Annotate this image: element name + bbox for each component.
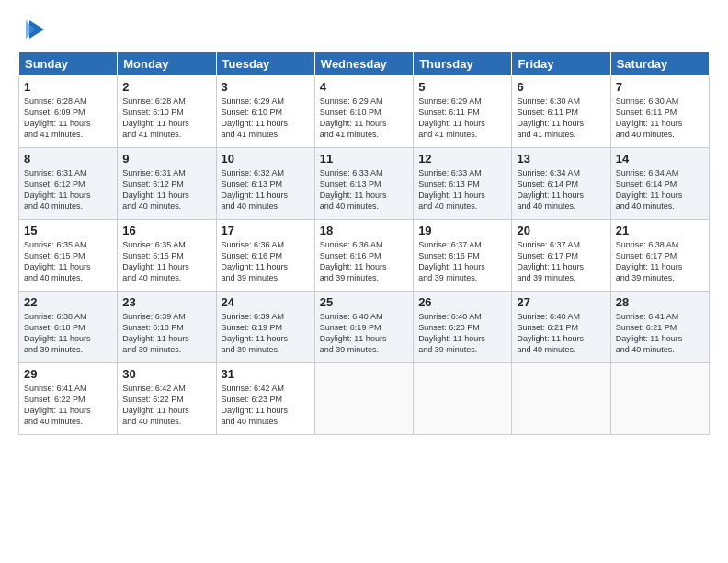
calendar-cell: 18Sunrise: 6:36 AM Sunset: 6:16 PM Dayli… [314, 220, 413, 292]
day-info: Sunrise: 6:34 AM Sunset: 6:14 PM Dayligh… [616, 167, 704, 213]
calendar-cell: 24Sunrise: 6:39 AM Sunset: 6:19 PM Dayli… [216, 292, 314, 363]
day-number: 22 [24, 295, 112, 309]
day-number: 10 [222, 152, 310, 166]
calendar-cell: 21Sunrise: 6:38 AM Sunset: 6:17 PM Dayli… [610, 220, 709, 292]
day-info: Sunrise: 6:41 AM Sunset: 6:22 PM Dayligh… [24, 383, 112, 428]
day-of-week-header: Saturday [610, 52, 709, 76]
day-number: 9 [122, 152, 210, 166]
calendar-cell [610, 363, 709, 435]
day-info: Sunrise: 6:40 AM Sunset: 6:20 PM Dayligh… [418, 311, 506, 356]
calendar-cell: 15Sunrise: 6:35 AM Sunset: 6:15 PM Dayli… [19, 220, 118, 292]
day-of-week-header: Tuesday [216, 52, 314, 76]
calendar-table: SundayMondayTuesdayWednesdayThursdayFrid… [18, 52, 710, 435]
day-number: 15 [24, 224, 112, 237]
calendar-week-row: 29Sunrise: 6:41 AM Sunset: 6:22 PM Dayli… [19, 363, 710, 435]
calendar-header-row: SundayMondayTuesdayWednesdayThursdayFrid… [19, 52, 710, 76]
calendar-cell: 17Sunrise: 6:36 AM Sunset: 6:16 PM Dayli… [216, 220, 314, 292]
day-info: Sunrise: 6:31 AM Sunset: 6:12 PM Dayligh… [122, 167, 210, 213]
calendar-cell: 5Sunrise: 6:29 AM Sunset: 6:11 PM Daylig… [414, 76, 512, 148]
calendar-cell: 12Sunrise: 6:33 AM Sunset: 6:13 PM Dayli… [414, 148, 512, 220]
day-number: 27 [517, 295, 605, 309]
calendar-cell: 6Sunrise: 6:30 AM Sunset: 6:11 PM Daylig… [512, 76, 610, 148]
calendar-cell [512, 363, 610, 435]
calendar-cell: 1Sunrise: 6:28 AM Sunset: 6:09 PM Daylig… [19, 76, 118, 148]
calendar-week-row: 15Sunrise: 6:35 AM Sunset: 6:15 PM Dayli… [19, 220, 710, 292]
logo-icon [22, 17, 48, 42]
day-info: Sunrise: 6:40 AM Sunset: 6:21 PM Dayligh… [517, 311, 605, 356]
day-info: Sunrise: 6:37 AM Sunset: 6:17 PM Dayligh… [517, 239, 605, 284]
calendar-cell [314, 363, 413, 435]
day-number: 13 [517, 152, 605, 166]
day-info: Sunrise: 6:33 AM Sunset: 6:13 PM Dayligh… [320, 167, 408, 213]
day-info: Sunrise: 6:35 AM Sunset: 6:15 PM Dayligh… [122, 239, 210, 284]
day-info: Sunrise: 6:41 AM Sunset: 6:21 PM Dayligh… [616, 311, 704, 356]
calendar-cell: 22Sunrise: 6:38 AM Sunset: 6:18 PM Dayli… [19, 292, 118, 363]
calendar-cell: 19Sunrise: 6:37 AM Sunset: 6:16 PM Dayli… [414, 220, 512, 292]
calendar-cell: 30Sunrise: 6:42 AM Sunset: 6:22 PM Dayli… [118, 363, 216, 435]
day-info: Sunrise: 6:33 AM Sunset: 6:13 PM Dayligh… [418, 167, 506, 213]
day-number: 4 [320, 80, 408, 94]
calendar-cell: 11Sunrise: 6:33 AM Sunset: 6:13 PM Dayli… [314, 148, 413, 220]
day-info: Sunrise: 6:39 AM Sunset: 6:18 PM Dayligh… [122, 311, 210, 356]
calendar-cell: 26Sunrise: 6:40 AM Sunset: 6:20 PM Dayli… [414, 292, 512, 363]
calendar-week-row: 22Sunrise: 6:38 AM Sunset: 6:18 PM Dayli… [19, 292, 710, 363]
day-of-week-header: Friday [512, 52, 610, 76]
day-number: 5 [418, 80, 506, 94]
day-of-week-header: Wednesday [314, 52, 413, 76]
day-number: 3 [222, 80, 310, 94]
calendar-cell: 13Sunrise: 6:34 AM Sunset: 6:14 PM Dayli… [512, 148, 610, 220]
calendar-cell: 3Sunrise: 6:29 AM Sunset: 6:10 PM Daylig… [216, 76, 314, 148]
day-number: 25 [320, 295, 408, 309]
day-info: Sunrise: 6:30 AM Sunset: 6:11 PM Dayligh… [616, 96, 704, 141]
calendar-cell: 27Sunrise: 6:40 AM Sunset: 6:21 PM Dayli… [512, 292, 610, 363]
day-info: Sunrise: 6:29 AM Sunset: 6:11 PM Dayligh… [418, 96, 506, 141]
day-number: 20 [517, 224, 605, 237]
day-of-week-header: Sunday [19, 52, 118, 76]
calendar-week-row: 1Sunrise: 6:28 AM Sunset: 6:09 PM Daylig… [19, 76, 710, 148]
calendar-cell: 4Sunrise: 6:29 AM Sunset: 6:10 PM Daylig… [314, 76, 413, 148]
logo [18, 17, 48, 42]
day-number: 12 [418, 152, 506, 166]
day-info: Sunrise: 6:38 AM Sunset: 6:18 PM Dayligh… [24, 311, 112, 356]
day-number: 14 [616, 152, 704, 166]
day-number: 16 [122, 224, 210, 237]
calendar-cell: 29Sunrise: 6:41 AM Sunset: 6:22 PM Dayli… [19, 363, 118, 435]
day-number: 2 [122, 80, 210, 94]
day-of-week-header: Thursday [414, 52, 512, 76]
calendar-cell: 7Sunrise: 6:30 AM Sunset: 6:11 PM Daylig… [610, 76, 709, 148]
day-info: Sunrise: 6:32 AM Sunset: 6:13 PM Dayligh… [222, 167, 310, 213]
day-info: Sunrise: 6:28 AM Sunset: 6:10 PM Dayligh… [122, 96, 210, 141]
day-info: Sunrise: 6:42 AM Sunset: 6:23 PM Dayligh… [222, 383, 310, 428]
calendar-cell: 28Sunrise: 6:41 AM Sunset: 6:21 PM Dayli… [610, 292, 709, 363]
day-info: Sunrise: 6:40 AM Sunset: 6:19 PM Dayligh… [320, 311, 408, 356]
day-number: 6 [517, 80, 605, 94]
day-info: Sunrise: 6:29 AM Sunset: 6:10 PM Dayligh… [320, 96, 408, 141]
calendar-week-row: 8Sunrise: 6:31 AM Sunset: 6:12 PM Daylig… [19, 148, 710, 220]
day-info: Sunrise: 6:31 AM Sunset: 6:12 PM Dayligh… [24, 167, 112, 213]
day-info: Sunrise: 6:29 AM Sunset: 6:10 PM Dayligh… [222, 96, 310, 141]
day-number: 21 [616, 224, 704, 237]
day-number: 28 [616, 295, 704, 309]
day-info: Sunrise: 6:38 AM Sunset: 6:17 PM Dayligh… [616, 239, 704, 284]
day-info: Sunrise: 6:42 AM Sunset: 6:22 PM Dayligh… [122, 383, 210, 428]
day-number: 7 [616, 80, 704, 94]
day-number: 11 [320, 152, 408, 166]
calendar-cell [414, 363, 512, 435]
calendar-cell: 20Sunrise: 6:37 AM Sunset: 6:17 PM Dayli… [512, 220, 610, 292]
day-number: 1 [24, 80, 112, 94]
page: SundayMondayTuesdayWednesdayThursdayFrid… [0, 0, 728, 563]
day-of-week-header: Monday [118, 52, 216, 76]
day-number: 31 [222, 367, 310, 381]
calendar-cell: 25Sunrise: 6:40 AM Sunset: 6:19 PM Dayli… [314, 292, 413, 363]
day-info: Sunrise: 6:37 AM Sunset: 6:16 PM Dayligh… [418, 239, 506, 284]
calendar-cell: 2Sunrise: 6:28 AM Sunset: 6:10 PM Daylig… [118, 76, 216, 148]
day-number: 29 [24, 367, 112, 381]
calendar-cell: 9Sunrise: 6:31 AM Sunset: 6:12 PM Daylig… [118, 148, 216, 220]
day-number: 19 [418, 224, 506, 237]
day-number: 26 [418, 295, 506, 309]
day-info: Sunrise: 6:36 AM Sunset: 6:16 PM Dayligh… [222, 239, 310, 284]
day-number: 24 [222, 295, 310, 309]
calendar-cell: 23Sunrise: 6:39 AM Sunset: 6:18 PM Dayli… [118, 292, 216, 363]
day-number: 23 [122, 295, 210, 309]
day-number: 30 [122, 367, 210, 381]
